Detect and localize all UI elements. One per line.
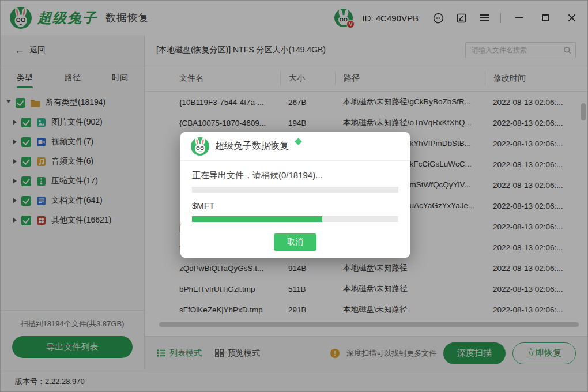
dialog-body: 正在导出文件，请稍候(0/18194)... $MFT 取消: [180, 161, 410, 251]
export-status-text: 正在导出文件，请稍候(0/18194)...: [192, 170, 398, 181]
current-file-name: $MFT: [192, 201, 398, 210]
file-progress-bar: [192, 216, 398, 222]
app-window: 超级兔子 数据恢复 V ID: 4C490VPB: [0, 0, 588, 392]
dialog-header: 超级兔子数据恢复: [180, 132, 410, 161]
export-progress-dialog: 超级兔子数据恢复 正在导出文件，请稍候(0/18194)... $MFT 取消: [180, 132, 410, 258]
dialog-title: 超级兔子数据恢复: [215, 140, 289, 152]
file-progress-fill: [192, 216, 322, 222]
dialog-rabbit-logo-icon: [191, 137, 209, 156]
cancel-button[interactable]: 取消: [274, 233, 316, 251]
diamond-decoration-icon: [295, 138, 302, 145]
export-progress-bar: [192, 187, 398, 193]
